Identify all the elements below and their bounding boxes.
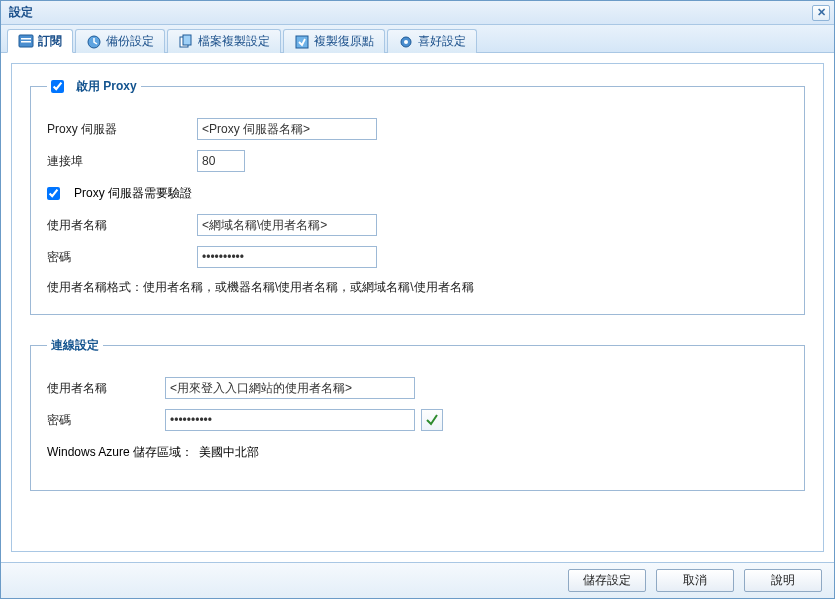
proxy-server-label: Proxy 伺服器 [47, 121, 197, 138]
tab-bar: 訂閱 備份設定 檔案複製設定 複製復原點 喜好設定 [1, 25, 834, 53]
region-value: 美國中北部 [199, 444, 259, 461]
proxy-fieldset: 啟用 Proxy Proxy 伺服器 連接埠 Proxy 伺服器需要驗證 使用者… [30, 78, 805, 315]
validate-button[interactable] [421, 409, 443, 431]
conn-user-label: 使用者名稱 [47, 380, 165, 397]
svg-point-8 [404, 40, 408, 44]
region-label: Windows Azure 儲存區域： [47, 444, 193, 461]
enable-proxy-checkbox[interactable] [51, 80, 64, 93]
footer: 儲存設定 取消 說明 [1, 562, 834, 598]
check-icon [425, 413, 439, 427]
tab-preferences[interactable]: 喜好設定 [387, 29, 477, 53]
proxy-user-label: 使用者名稱 [47, 217, 197, 234]
window-title: 設定 [9, 4, 33, 21]
tab-file-copy-settings[interactable]: 檔案複製設定 [167, 29, 281, 53]
proxy-legend: 啟用 Proxy [47, 78, 141, 95]
save-button[interactable]: 儲存設定 [568, 569, 646, 592]
cancel-button[interactable]: 取消 [656, 569, 734, 592]
tab-label: 複製復原點 [314, 33, 374, 50]
recovery-point-icon [294, 34, 310, 50]
tab-label: 檔案複製設定 [198, 33, 270, 50]
help-button[interactable]: 說明 [744, 569, 822, 592]
tab-subscription[interactable]: 訂閱 [7, 29, 73, 53]
tab-label: 訂閱 [38, 33, 62, 50]
panel: 啟用 Proxy Proxy 伺服器 連接埠 Proxy 伺服器需要驗證 使用者… [11, 63, 824, 552]
svg-rect-1 [21, 38, 31, 40]
conn-pass-label: 密碼 [47, 412, 165, 429]
username-format-note: 使用者名稱格式：使用者名稱，或機器名稱\使用者名稱，或網域名稱\使用者名稱 [47, 279, 788, 296]
subscription-icon [18, 33, 34, 49]
conn-user-input[interactable] [165, 377, 415, 399]
conn-pass-input[interactable] [165, 409, 415, 431]
svg-rect-2 [21, 41, 31, 43]
tab-label: 備份設定 [106, 33, 154, 50]
settings-window: 設定 ✕ 訂閱 備份設定 檔案複製設定 複製復原點 [0, 0, 835, 599]
tab-backup-settings[interactable]: 備份設定 [75, 29, 165, 53]
close-button[interactable]: ✕ [812, 5, 830, 21]
proxy-port-input[interactable] [197, 150, 245, 172]
proxy-server-input[interactable] [197, 118, 377, 140]
content-area: 啟用 Proxy Proxy 伺服器 連接埠 Proxy 伺服器需要驗證 使用者… [1, 53, 834, 562]
tab-label: 喜好設定 [418, 33, 466, 50]
gear-icon [398, 34, 414, 50]
proxy-user-input[interactable] [197, 214, 377, 236]
proxy-auth-checkbox[interactable] [47, 187, 60, 200]
file-copy-icon [178, 34, 194, 50]
tab-copy-recovery-point[interactable]: 複製復原點 [283, 29, 385, 53]
proxy-auth-label: Proxy 伺服器需要驗證 [74, 185, 192, 202]
proxy-legend-label: 啟用 Proxy [76, 78, 137, 95]
proxy-pass-input[interactable] [197, 246, 377, 268]
svg-rect-5 [183, 35, 191, 45]
titlebar: 設定 ✕ [1, 1, 834, 25]
proxy-pass-label: 密碼 [47, 249, 197, 266]
proxy-port-label: 連接埠 [47, 153, 197, 170]
connection-fieldset: 連線設定 使用者名稱 密碼 Windows Azure 儲存區域： 美國中北部 [30, 337, 805, 491]
backup-icon [86, 34, 102, 50]
connection-legend: 連線設定 [47, 337, 103, 354]
